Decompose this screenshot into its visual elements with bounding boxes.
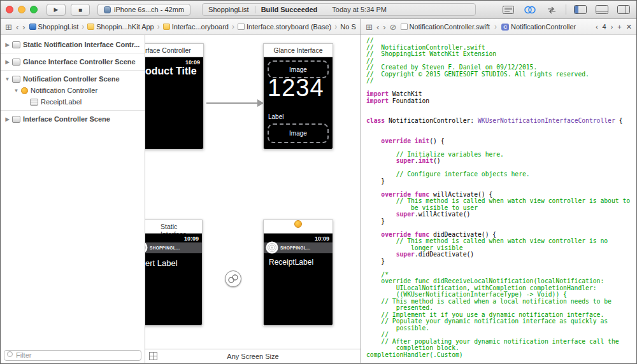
breadcrumb-item[interactable]: Interface.storyboard (Base) (238, 23, 331, 31)
outline-separator (1, 110, 145, 111)
image-group-label: Image (289, 130, 307, 137)
outline-item-label: Glance Interface Controller Scene (23, 58, 138, 66)
scene-icon (12, 41, 20, 48)
code-line: class NotificationController: WKUserNoti… (366, 118, 636, 125)
storyboard-canvas[interactable]: rface Controller 10:09 oduct Title (145, 35, 361, 363)
close-assistant-icon[interactable]: ✕ (626, 23, 632, 31)
related-files-icon[interactable]: ⊘ (390, 23, 397, 31)
file-name: NotificationController.swift (410, 23, 490, 31)
image-group-bottom[interactable]: Image (268, 123, 329, 143)
forward-icon[interactable]: › (383, 23, 385, 31)
version-editor-button[interactable] (544, 4, 559, 15)
controller-icon (21, 87, 28, 94)
watch-time: 10:09 (185, 59, 200, 66)
outline-item[interactable]: ▶Glance Interface Controller Scene (1, 56, 145, 67)
breadcrumb-label: ShoppingList (38, 23, 79, 31)
disclosure-triangle-icon[interactable]: ▼ (12, 88, 20, 94)
assistant-editor-button[interactable] (522, 4, 538, 15)
notification-badge-icon[interactable] (294, 220, 302, 228)
stop-button[interactable]: ■ (71, 4, 90, 16)
related-items-icon[interactable]: ⊞ (366, 23, 373, 31)
glance-interface-scene[interactable]: Glance Interface Image 1234 Label Image (263, 43, 333, 150)
standard-editor-button[interactable] (501, 4, 516, 15)
watch-screen[interactable]: 10:09 SHOPPINGL... ReceiptLabe (263, 234, 333, 326)
scheme-selector[interactable]: iPhone 6s...ch - 42mm (97, 4, 190, 16)
minimize-window-button[interactable] (18, 6, 25, 13)
code-line: // (366, 78, 636, 85)
play-icon: ▶ (54, 6, 59, 13)
breadcrumb-separator: › (334, 22, 338, 31)
receipt-label[interactable]: ReceiptLabel (269, 258, 313, 267)
outline-item-label: ReceiptLabel (41, 98, 84, 106)
watch-app-name: SHOPPINGL... (150, 246, 180, 250)
watch-screen[interactable]: 10:09 oduct Title (145, 57, 204, 150)
counterpart-counter: 4 (603, 23, 606, 31)
breadcrumb-item[interactable]: NotificationController.swift (401, 23, 490, 31)
watch-time: 10:09 (315, 235, 329, 242)
segue-connector[interactable] (225, 270, 241, 287)
filter-input[interactable] (4, 350, 141, 361)
outline-item[interactable]: ▶Interface Controller Scene (1, 113, 145, 125)
related-items-icon[interactable]: ⊞ (5, 23, 12, 31)
zoom-window-button[interactable] (30, 6, 38, 13)
glance-label[interactable]: Label (268, 113, 283, 120)
back-icon[interactable]: ‹ (16, 23, 18, 31)
back-icon[interactable]: ‹ (376, 23, 379, 31)
outline-separator (1, 70, 145, 71)
glance-number-label[interactable]: 1234 (268, 74, 331, 102)
run-button[interactable]: ▶ (47, 4, 66, 16)
stop-icon: ■ (78, 6, 82, 13)
inspector-toggle-button[interactable] (616, 4, 631, 15)
watch-screen[interactable]: 10:09 SHOPPINGL... ert Label (145, 234, 203, 326)
scene-header[interactable]: rface Controller (145, 43, 204, 57)
ib-breadcrumb: ShoppingList›Shoppin...hKit App›Interfac… (29, 22, 356, 31)
version-editor-icon (546, 6, 557, 14)
navigator-toggle-button[interactable] (573, 4, 588, 15)
interface-builder-editor: ⊞ ‹ › ShoppingList›Shoppin...hKit App›In… (1, 19, 361, 363)
scene-header[interactable]: Glance Interface (263, 43, 333, 57)
folder-icon (163, 24, 170, 30)
breadcrumb-separator: › (81, 22, 85, 31)
receipt-notification-scene[interactable]: 10:09 SHOPPINGL... ReceiptLabe (263, 220, 333, 326)
breadcrumb-item[interactable]: Shoppin...hKit App (87, 23, 154, 31)
disclosure-triangle-icon[interactable]: ▶ (3, 59, 11, 65)
close-window-button[interactable] (6, 6, 13, 13)
size-class-label[interactable]: Any Screen Size (227, 353, 278, 360)
disclosure-triangle-icon[interactable]: ▶ (3, 42, 11, 48)
static-interface-scene[interactable]: Static Interface 10:09 (145, 220, 203, 326)
breadcrumb-item[interactable]: ShoppingList (29, 23, 79, 31)
code-line (366, 104, 636, 111)
breadcrumb-item[interactable]: No Selection (340, 23, 356, 31)
document-outline-list: ▶Static Notification Interface Contr...▶… (1, 35, 145, 125)
code-line: // Configure interface objects here. (366, 171, 636, 178)
breadcrumb-label: Interface.storyboard (Base) (247, 23, 331, 31)
notification-interface-scene[interactable]: rface Controller 10:09 oduct Title (145, 43, 204, 150)
add-assistant-icon[interactable]: + (617, 23, 621, 31)
swift-file-icon (401, 24, 408, 30)
next-counterpart-icon[interactable]: › (611, 23, 613, 31)
watch-app-name: SHOPPINGL... (280, 246, 310, 250)
prev-counterpart-icon[interactable]: ‹ (596, 23, 598, 31)
breadcrumb-label: Interfac...oryboard (172, 23, 229, 31)
activity-project: ShoppingList (208, 6, 249, 13)
outline-item[interactable]: ▼Notification Controller Scene (1, 73, 145, 85)
debug-area-toggle-button[interactable] (594, 4, 610, 15)
watch-screen[interactable]: Image 1234 Label Image (263, 57, 333, 150)
breadcrumb-item[interactable]: Interfac...oryboard (163, 23, 229, 31)
code-area[interactable]: //// NotificationController.swift// Shop… (361, 35, 636, 363)
class-icon: C (501, 24, 509, 31)
scene-header[interactable]: Static Interface (145, 220, 203, 234)
toolbar-divider (566, 4, 566, 15)
disclosure-triangle-icon[interactable]: ▶ (3, 116, 11, 122)
outline-item[interactable]: ▼Notification Controller (1, 85, 145, 96)
scene-header[interactable] (263, 220, 333, 234)
product-title-label[interactable]: oduct Title (145, 66, 197, 77)
forward-icon[interactable]: › (22, 23, 25, 31)
scene-icon (12, 116, 20, 123)
size-classes-grid-icon[interactable] (149, 352, 157, 360)
outline-item[interactable]: ▶Static Notification Interface Contr... (1, 39, 145, 50)
breadcrumb-item[interactable]: C NotificationController (501, 23, 576, 31)
disclosure-triangle-icon[interactable]: ▼ (3, 76, 11, 82)
alert-label[interactable]: ert Label (145, 258, 178, 268)
outline-item[interactable]: ReceiptLabel (1, 96, 145, 108)
